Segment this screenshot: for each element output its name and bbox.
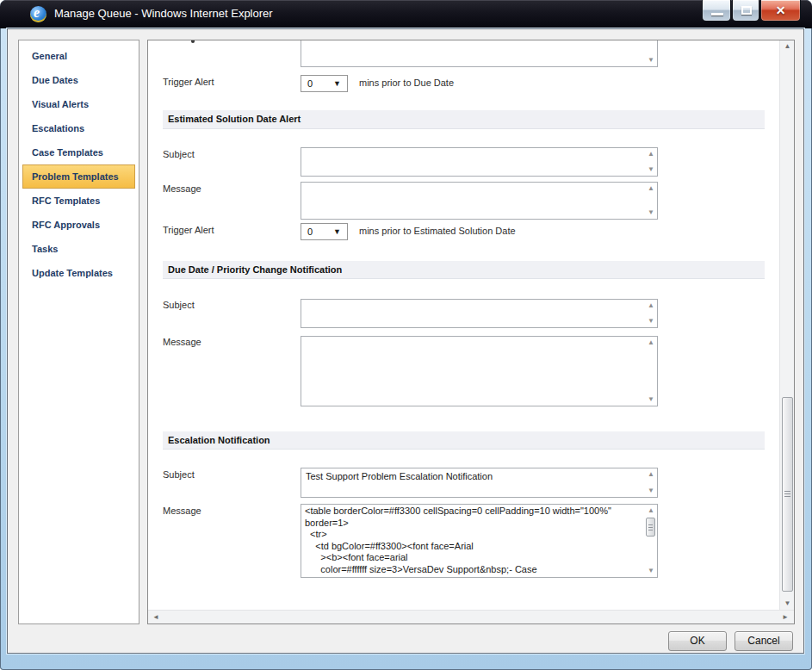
scroll-up-icon[interactable]: ▲ (648, 471, 654, 478)
section-header-escalation-notification: Escalation Notification (163, 431, 765, 450)
sidebar-item-case-templates[interactable]: Case Templates (22, 140, 135, 164)
sidebar-item-update-templates[interactable]: Update Templates (22, 261, 135, 285)
ok-button[interactable]: OK (668, 631, 727, 651)
scroll-up-icon[interactable]: ▲ (648, 302, 654, 309)
dropdown-arrow-icon: ▼ (333, 228, 341, 236)
scroll-down-icon[interactable]: ▼ (648, 318, 654, 325)
scroll-down-icon[interactable]: ▼ (648, 57, 654, 64)
content-scroll-area: ▼ Trigger Alert 0 ▼ mins prior to Due Da… (148, 40, 779, 610)
dropdown-arrow-icon: ▼ (333, 80, 341, 88)
scroll-up-icon[interactable]: ▲ (648, 151, 654, 158)
esd-message-label: Message (163, 183, 201, 194)
trigger-alert-value-2: 0 (307, 226, 313, 237)
sidebar-item-tasks[interactable]: Tasks (22, 237, 135, 261)
sidebar-item-general[interactable]: General (22, 44, 135, 68)
scroll-down-icon[interactable]: ▼ (648, 568, 654, 574)
content-vertical-scrollbar[interactable]: ▲ ▼ (779, 40, 794, 610)
trigger-alert-select-2[interactable]: 0 ▼ (301, 223, 348, 240)
close-icon: ✕ (761, 0, 800, 21)
esc-message-textarea[interactable]: <table borderColor=#ff3300 cellSpacing=0… (301, 504, 658, 578)
scroll-down-icon[interactable]: ▼ (648, 209, 654, 216)
window-title: Manage Queue - Windows Internet Explorer (54, 7, 273, 20)
trigger-alert-label-2: Trigger Alert (163, 225, 214, 235)
sidebar-item-rfc-approvals[interactable]: RFC Approvals (22, 213, 135, 237)
content-frame: ▼ Trigger Alert 0 ▼ mins prior to Due Da… (147, 40, 795, 624)
maximize-button[interactable] (732, 0, 759, 22)
scroll-right-icon[interactable]: ► (782, 611, 789, 623)
sidebar-nav: General Due Dates Visual Alerts Escalati… (18, 40, 139, 624)
vertical-scrollbar-thumb[interactable] (782, 397, 793, 592)
ddp-subject-textarea[interactable]: ▲ ▼ (301, 299, 658, 328)
esd-subject-textarea[interactable]: ▲ ▼ (301, 147, 658, 177)
ddp-subject-label: Subject (163, 300, 195, 310)
esc-message-label: Message (163, 506, 201, 516)
scroll-down-icon[interactable]: ▼ (780, 598, 795, 610)
esc-message-value: <table borderColor=#ff3300 cellSpacing=0… (305, 506, 642, 577)
scroll-up-icon[interactable]: ▲ (648, 507, 654, 514)
due-date-alert-message-textarea[interactable]: ▼ (301, 40, 658, 67)
scroll-down-icon[interactable]: ▼ (648, 396, 654, 403)
esc-subject-value: Test Support Problem Escalation Notifica… (306, 471, 641, 481)
sidebar-item-visual-alerts[interactable]: Visual Alerts (22, 92, 135, 116)
section-header-estimated-solution-date-alert: Estimated Solution Date Alert (163, 110, 765, 129)
cancel-button[interactable]: Cancel (735, 631, 793, 651)
scroll-up-icon[interactable]: ▲ (648, 339, 654, 346)
scroll-down-icon[interactable]: ▼ (648, 487, 654, 494)
maximize-icon (741, 6, 752, 15)
section-header-due-date-priority-change: Due Date / Priority Change Notification (163, 261, 765, 279)
minimize-icon (711, 13, 723, 16)
trigger-alert-suffix-1: mins prior to Due Date (359, 78, 454, 88)
esd-subject-label: Subject (163, 149, 195, 159)
ddp-message-textarea[interactable]: ▲ ▼ (301, 336, 658, 406)
trigger-alert-select-1[interactable]: 0 ▼ (301, 75, 348, 92)
sidebar-item-due-dates[interactable]: Due Dates (22, 68, 135, 92)
sidebar-item-escalations[interactable]: Escalations (22, 116, 135, 140)
trigger-alert-label-1: Trigger Alert (163, 77, 214, 87)
close-button[interactable]: ✕ (760, 0, 801, 22)
scroll-left-icon[interactable]: ◄ (152, 611, 159, 623)
sidebar-item-problem-templates[interactable]: Problem Templates (22, 164, 135, 189)
content-horizontal-scrollbar[interactable]: ◄ ► (148, 610, 794, 623)
ie-dialog-window: Manage Queue - Windows Internet Explorer… (0, 0, 812, 670)
titlebar[interactable]: Manage Queue - Windows Internet Explorer… (0, 0, 812, 28)
ddp-message-label: Message (163, 337, 201, 347)
scroll-up-icon[interactable]: ▲ (648, 185, 654, 192)
esd-message-textarea[interactable]: ▲ ▼ (301, 182, 658, 220)
minimize-button[interactable] (702, 0, 731, 22)
trigger-alert-value-1: 0 (307, 78, 313, 89)
clipped-label-remnant (191, 40, 195, 43)
scroll-down-icon[interactable]: ▼ (648, 166, 654, 173)
scrollbar-thumb[interactable] (646, 518, 655, 537)
scroll-up-icon[interactable]: ▲ (780, 40, 795, 53)
esc-subject-label: Subject (163, 469, 195, 480)
ie-logo-icon (30, 6, 46, 22)
dialog-body: General Due Dates Visual Alerts Escalati… (7, 28, 804, 654)
esc-subject-textarea[interactable]: Test Support Problem Escalation Notifica… (301, 468, 658, 498)
sidebar-item-rfc-templates[interactable]: RFC Templates (22, 189, 135, 213)
trigger-alert-suffix-2: mins prior to Estimated Solution Date (359, 226, 516, 236)
